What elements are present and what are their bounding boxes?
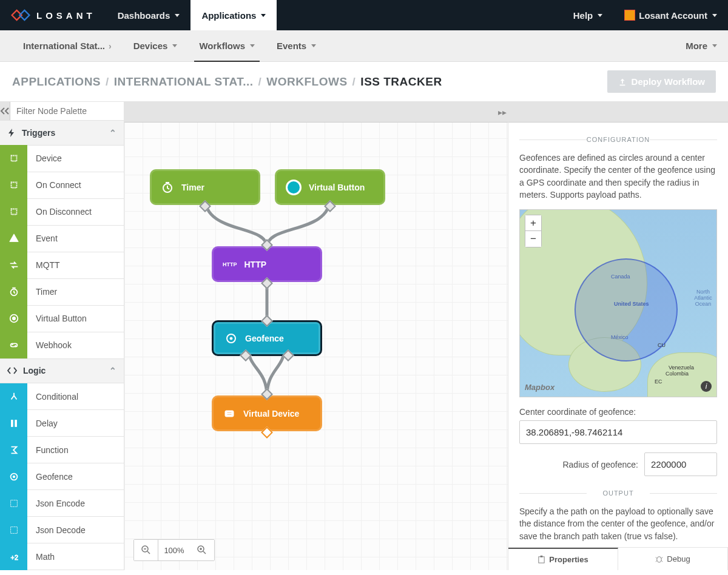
zoom-controls: 100% bbox=[133, 539, 215, 561]
config-panel: CONFIGURATION Geofences are defined as c… bbox=[508, 102, 728, 570]
warning-icon bbox=[0, 225, 27, 252]
collapse-palette-button[interactable] bbox=[0, 102, 10, 120]
palette-node-on-connect[interactable]: On Connect bbox=[0, 172, 124, 199]
subnav-more[interactable]: More bbox=[675, 30, 728, 62]
json-icon bbox=[0, 517, 27, 543]
center-coordinate-input[interactable] bbox=[519, 420, 717, 444]
crosshair-icon bbox=[0, 463, 27, 490]
node-geofence[interactable]: Geofence bbox=[212, 320, 322, 356]
avatar-icon bbox=[624, 10, 635, 21]
palette-node-conditional[interactable]: Conditional bbox=[0, 383, 124, 410]
subnav-workflows[interactable]: Workflows bbox=[188, 30, 266, 62]
zoom-out-button[interactable] bbox=[134, 540, 158, 560]
section-triggers[interactable]: Triggers ⌃ bbox=[0, 121, 124, 145]
nav-account[interactable]: Losant Account bbox=[613, 0, 728, 30]
geofence-map[interactable]: Canada United States México CU Venezuela… bbox=[519, 209, 717, 397]
sub-nav: International Stat...› Devices Workflows… bbox=[0, 30, 728, 62]
timer-icon bbox=[161, 181, 174, 194]
configuration-heading: CONFIGURATION bbox=[519, 136, 717, 143]
breadcrumb-row: APPLICATIONS / INTERNATIONAL STAT... / W… bbox=[0, 62, 728, 102]
svg-point-23 bbox=[657, 557, 661, 562]
chip-icon bbox=[0, 172, 27, 198]
bug-icon bbox=[655, 555, 663, 563]
node-virtual-device[interactable]: Virtual Device bbox=[212, 395, 322, 431]
subnav-devices[interactable]: Devices bbox=[123, 30, 189, 62]
timer-icon bbox=[0, 278, 27, 305]
svg-rect-17 bbox=[227, 412, 232, 414]
breadcrumb: APPLICATIONS / INTERNATIONAL STAT... / W… bbox=[12, 75, 442, 89]
palette-node-json-encode[interactable]: Json Encode bbox=[0, 490, 124, 517]
nav-applications[interactable]: Applications bbox=[190, 0, 277, 30]
palette-node-delay[interactable]: Delay bbox=[0, 410, 124, 437]
chip-icon bbox=[0, 145, 27, 172]
radius-label: Radius of geofence: bbox=[562, 460, 638, 469]
svg-rect-7 bbox=[15, 420, 16, 426]
device-icon bbox=[223, 407, 236, 420]
chip-icon bbox=[0, 198, 27, 225]
node-http[interactable]: HTTP HTTP bbox=[212, 246, 322, 282]
palette-node-webhook[interactable]: Webhook bbox=[0, 332, 124, 359]
palette-node-math[interactable]: +2Math bbox=[0, 543, 124, 570]
tab-debug[interactable]: Debug bbox=[618, 548, 728, 570]
workflow-canvas[interactable]: ▸▸ Timer Virtual Button HTTP HTTP Geofe bbox=[124, 102, 508, 570]
svg-rect-10 bbox=[10, 500, 17, 506]
svg-text:+2: +2 bbox=[10, 553, 18, 560]
logo[interactable]: LOSANT bbox=[0, 8, 107, 22]
filter-node-input[interactable] bbox=[10, 102, 124, 120]
nav-dashboards[interactable]: Dashboards bbox=[107, 0, 191, 30]
chevron-up-icon: ⌃ bbox=[109, 128, 116, 138]
caret-down-icon bbox=[712, 44, 717, 47]
palette-node-geofence[interactable]: Geofence bbox=[0, 463, 124, 490]
tab-properties[interactable]: Properties bbox=[508, 548, 618, 570]
output-heading: OUTPUT bbox=[519, 489, 717, 497]
swap-icon bbox=[0, 252, 27, 278]
palette-node-device[interactable]: Device bbox=[0, 146, 124, 172]
output-description: Specify a the path on the payload to opt… bbox=[519, 505, 717, 542]
crumb-workflows[interactable]: WORKFLOWS bbox=[266, 75, 347, 89]
caret-down-icon bbox=[712, 14, 717, 17]
palette-node-on-disconnect[interactable]: On Disconnect bbox=[0, 199, 124, 226]
map-attribution: Mapbox bbox=[525, 383, 554, 392]
svg-rect-22 bbox=[541, 556, 543, 557]
palette-node-mqtt[interactable]: MQTT bbox=[0, 252, 124, 279]
subnav-events[interactable]: Events bbox=[266, 30, 327, 62]
node-virtual-button[interactable]: Virtual Button bbox=[275, 169, 385, 205]
double-chevron-left-icon bbox=[0, 107, 10, 115]
code-icon bbox=[7, 366, 17, 375]
palette-node-event[interactable]: Event bbox=[0, 226, 124, 252]
caret-down-icon bbox=[175, 14, 180, 17]
crumb-applications[interactable]: APPLICATIONS bbox=[12, 75, 101, 89]
crumb-app[interactable]: INTERNATIONAL STAT... bbox=[114, 75, 254, 89]
node-timer[interactable]: Timer bbox=[150, 169, 260, 205]
center-coordinate-label: Center coordinate of geofence: bbox=[519, 407, 717, 417]
map-zoom-controls: + − bbox=[525, 215, 542, 247]
map-zoom-out-button[interactable]: − bbox=[525, 231, 541, 247]
configuration-description: Geofences are defined as circles around … bbox=[519, 152, 717, 201]
target-icon bbox=[0, 305, 27, 332]
svg-rect-0 bbox=[11, 156, 16, 161]
branch-icon bbox=[0, 383, 27, 410]
pause-icon bbox=[0, 410, 27, 437]
deploy-workflow-button[interactable]: Deploy Workflow bbox=[607, 70, 716, 93]
radius-input[interactable] bbox=[644, 452, 717, 476]
logo-icon bbox=[11, 8, 30, 22]
palette-node-json-decode[interactable]: Json Decode bbox=[0, 517, 124, 543]
zoom-value: 100% bbox=[158, 540, 190, 560]
palette-node-timer[interactable]: Timer bbox=[0, 279, 124, 306]
palette-node-virtual-button[interactable]: Virtual Button bbox=[0, 306, 124, 332]
node-palette: Triggers ⌃ Device On Connect On Disconne… bbox=[0, 102, 124, 570]
expand-panel-button[interactable] bbox=[508, 102, 728, 123]
caret-down-icon bbox=[172, 44, 177, 47]
zoom-in-button[interactable] bbox=[190, 540, 214, 560]
chevron-up-icon: ⌃ bbox=[109, 366, 116, 375]
map-zoom-in-button[interactable]: + bbox=[525, 215, 541, 231]
expand-right-icon[interactable]: ▸▸ bbox=[498, 102, 507, 123]
crosshair-icon bbox=[224, 332, 238, 345]
brand-text: LOSANT bbox=[36, 10, 96, 21]
subnav-app[interactable]: International Stat...› bbox=[12, 30, 123, 62]
palette-node-function[interactable]: Function bbox=[0, 437, 124, 463]
section-logic[interactable]: Logic ⌃ bbox=[0, 359, 124, 383]
nav-help[interactable]: Help bbox=[562, 0, 614, 30]
link-icon bbox=[0, 332, 27, 358]
plus-icon: +2 bbox=[0, 543, 27, 570]
